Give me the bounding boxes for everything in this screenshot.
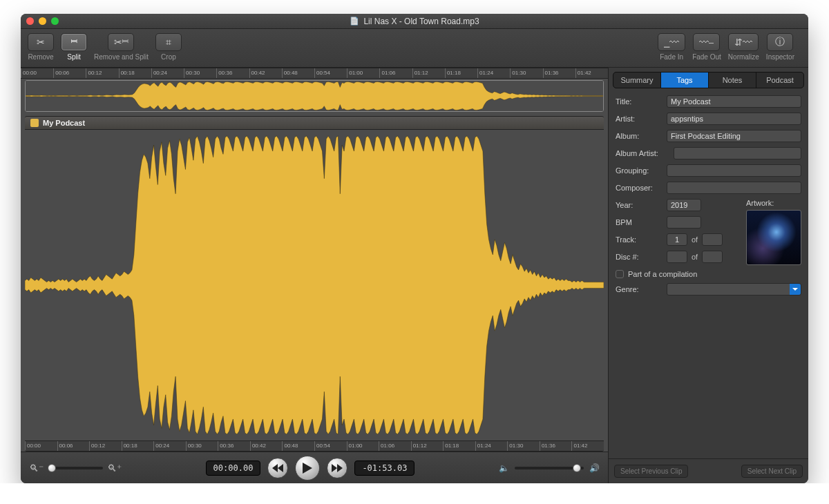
inspector-tabs: SummaryTagsNotesPodcast <box>613 72 804 88</box>
inspector-label: Inspector <box>766 53 794 61</box>
window-title: Lil Nas X - Old Town Road.mp3 <box>363 17 479 26</box>
select-previous-clip-button[interactable]: Select Previous Clip <box>614 465 688 478</box>
inspector-panel: SummaryTagsNotesPodcast Title: My Podcas… <box>608 68 808 483</box>
ruler-tick: 00:42 <box>250 441 266 451</box>
compilation-checkbox[interactable] <box>616 270 624 278</box>
zoom-in-icon[interactable]: 🔍︎⁺ <box>107 463 122 474</box>
split-button[interactable]: ⎶ <box>61 33 87 51</box>
ruler-tick: 01:00 <box>347 68 363 78</box>
bpm-field[interactable] <box>667 216 701 229</box>
disc-label: Disc #: <box>616 253 663 261</box>
artist-label: Artist: <box>616 115 663 123</box>
volume-slider[interactable] <box>515 467 584 469</box>
fade-in-label: Fade In <box>660 53 683 61</box>
artwork-image[interactable] <box>746 210 801 265</box>
remove-label: Remove <box>28 53 53 61</box>
remove-and-split-button[interactable]: ✂⎶ <box>108 33 134 51</box>
ruler-tick: 00:54 <box>314 441 330 451</box>
play-button[interactable] <box>295 456 320 481</box>
composer-field[interactable] <box>667 182 801 194</box>
volume-high-icon: 🔊 <box>589 463 600 473</box>
volume-low-icon: 🔈 <box>499 463 509 473</box>
fade-out-label: Fade Out <box>692 53 721 61</box>
toolbar: ✂Remove⎶Split✂⎶Remove and Split⌗Crop ⎯〰F… <box>21 29 808 68</box>
select-next-clip-button[interactable]: Select Next Clip <box>741 465 803 478</box>
ruler-tick: 01:42 <box>571 441 587 451</box>
remove-button[interactable]: ✂ <box>28 33 54 51</box>
normalize-label: Normalize <box>728 53 759 61</box>
compilation-label: Part of a compilation <box>628 270 697 278</box>
ruler-tick: 00:36 <box>216 68 232 78</box>
forward-button[interactable] <box>327 458 347 478</box>
grouping-field[interactable] <box>667 164 801 177</box>
clip-name: My Podcast <box>43 119 85 127</box>
waveform-area[interactable] <box>25 130 604 440</box>
elapsed-time: 00:00.00 <box>206 461 261 476</box>
ruler-tick: 01:12 <box>412 68 428 78</box>
titlebar: 📄 Lil Nas X - Old Town Road.mp3 <box>21 14 808 29</box>
timeline-ruler-top[interactable]: 00:0000:0600:1200:1800:2400:3000:3600:42… <box>21 68 608 79</box>
fade-in-button[interactable]: ⎯〰 <box>658 33 685 51</box>
ruler-tick: 01:30 <box>507 441 523 451</box>
inspector-button[interactable]: ⓘ <box>767 33 793 51</box>
track-total-field[interactable] <box>702 233 723 246</box>
genre-dropdown[interactable] <box>667 283 801 295</box>
disc-num-field[interactable] <box>667 251 687 263</box>
artist-field[interactable]: appsntips <box>667 113 801 125</box>
ruler-tick: 00:54 <box>314 68 330 78</box>
ruler-tick: 00:06 <box>57 441 73 451</box>
track-label: Track: <box>616 235 663 244</box>
album-artist-label: Album Artist: <box>616 149 669 157</box>
ruler-tick: 00:24 <box>153 441 169 451</box>
document-icon: 📄 <box>350 17 359 26</box>
zoom-out-icon[interactable]: 🔍︎⁻ <box>29 463 44 474</box>
tags-form: Title: My Podcast Artist: appsntips Albu… <box>609 93 808 458</box>
rewind-button[interactable] <box>267 458 288 478</box>
tab-tags[interactable]: Tags <box>661 72 709 88</box>
remaining-time: -01:53.03 <box>354 461 414 476</box>
disc-total-field[interactable] <box>702 251 723 263</box>
ruler-tick: 01:42 <box>575 68 591 78</box>
ruler-tick: 00:24 <box>151 68 167 78</box>
tab-podcast[interactable]: Podcast <box>756 72 803 88</box>
zoom-slider[interactable] <box>48 467 103 469</box>
ruler-tick: 01:24 <box>475 441 491 451</box>
album-field[interactable]: First Podcast Editing <box>667 130 801 142</box>
ruler-tick: 00:18 <box>119 68 135 78</box>
title-field[interactable]: My Podcast <box>667 95 801 108</box>
clip-header[interactable]: My Podcast <box>25 116 604 130</box>
tab-summary[interactable]: Summary <box>613 72 661 88</box>
grouping-label: Grouping: <box>616 166 663 175</box>
ruler-tick: 01:18 <box>443 441 459 451</box>
track-num-field[interactable]: 1 <box>667 233 687 246</box>
year-label: Year: <box>616 201 663 209</box>
transport-bar: 🔍︎⁻ 🔍︎⁺ 00:00.00 -01:53.03 <box>21 452 608 483</box>
ruler-tick: 01:00 <box>347 441 363 451</box>
crop-button[interactable]: ⌗ <box>155 33 182 51</box>
disc-of-label: of <box>692 253 698 261</box>
album-artist-field[interactable] <box>674 147 801 159</box>
ruler-tick: 00:12 <box>86 68 102 78</box>
overview-waveform[interactable] <box>25 80 604 112</box>
audio-file-icon <box>30 119 39 127</box>
timeline-ruler-bottom[interactable]: 00:0000:0600:1200:1800:2400:3000:3600:42… <box>25 440 604 452</box>
normalize-button[interactable]: ⇵〰 <box>728 33 759 51</box>
split-label: Split <box>67 53 80 61</box>
track-of-label: of <box>692 235 698 244</box>
tab-notes[interactable]: Notes <box>709 72 756 88</box>
ruler-tick: 01:36 <box>543 68 559 78</box>
year-field[interactable]: 2019 <box>667 199 701 211</box>
remove-and-split-label: Remove and Split <box>94 53 149 61</box>
fade-out-button[interactable]: 〰⎯ <box>693 33 720 51</box>
crop-label: Crop <box>161 53 176 61</box>
ruler-tick: 00:00 <box>25 441 41 451</box>
ruler-tick: 01:12 <box>411 441 427 451</box>
app-window: 📄 Lil Nas X - Old Town Road.mp3 ✂Remove⎶… <box>21 14 808 483</box>
ruler-tick: 00:18 <box>122 441 137 451</box>
ruler-tick: 01:36 <box>540 441 555 451</box>
editor-main: 00:0000:0600:1200:1800:2400:3000:3600:42… <box>21 68 608 483</box>
ruler-tick: 01:06 <box>379 68 395 78</box>
ruler-tick: 01:24 <box>477 68 493 78</box>
ruler-tick: 01:30 <box>510 68 526 78</box>
ruler-tick: 00:48 <box>282 68 298 78</box>
